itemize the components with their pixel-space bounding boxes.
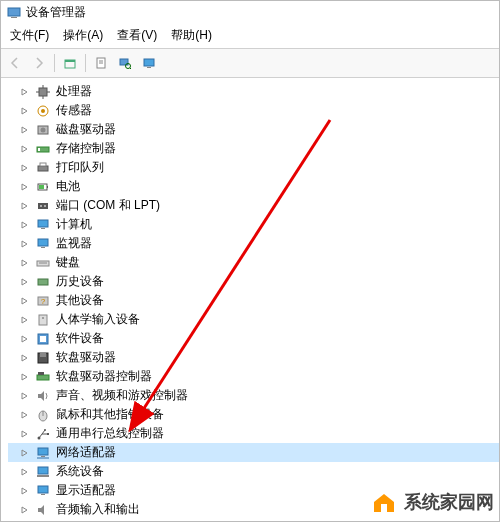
svg-rect-45 [40, 353, 46, 357]
tree-node-usb[interactable]: 通用串行总线控制器 [8, 424, 500, 443]
up-button[interactable] [59, 52, 81, 74]
cpu-icon [35, 84, 51, 100]
expand-icon[interactable] [20, 391, 30, 401]
expand-icon[interactable] [20, 277, 30, 287]
tree-node-sensor[interactable]: 传感器 [8, 101, 500, 120]
expand-icon[interactable] [20, 410, 30, 420]
tree-node-other[interactable]: ?其他设备 [8, 291, 500, 310]
expand-icon[interactable] [20, 448, 30, 458]
expand-icon[interactable] [20, 315, 30, 325]
mouse-icon [35, 407, 51, 423]
tree-node-printer[interactable]: 打印队列 [8, 158, 500, 177]
tree-node-computer[interactable]: 计算机 [8, 215, 500, 234]
svg-rect-31 [38, 220, 48, 227]
svg-rect-61 [41, 494, 45, 495]
history-icon [35, 274, 51, 290]
menu-help[interactable]: 帮助(H) [171, 27, 212, 44]
svg-line-9 [130, 68, 131, 69]
menu-action[interactable]: 操作(A) [63, 27, 103, 44]
audio-icon [35, 388, 51, 404]
tree-node-system[interactable]: 系统设备 [8, 462, 500, 481]
svg-rect-37 [38, 279, 48, 285]
expand-icon[interactable] [20, 353, 30, 363]
svg-rect-12 [39, 88, 47, 96]
disk-icon [35, 122, 51, 138]
device-tree[interactable]: 处理器传感器磁盘驱动器存储控制器打印队列电池端口 (COM 和 LPT)计算机监… [0, 78, 500, 522]
tree-node-mouse[interactable]: 鼠标和其他指针设备 [8, 405, 500, 424]
properties-button[interactable] [90, 52, 112, 74]
svg-point-52 [44, 429, 46, 431]
svg-text:?: ? [41, 297, 46, 306]
tree-node-storage[interactable]: 存储控制器 [8, 139, 500, 158]
monitor-button[interactable] [138, 52, 160, 74]
tree-node-disk[interactable]: 磁盘驱动器 [8, 120, 500, 139]
scan-button[interactable] [114, 52, 136, 74]
expand-icon[interactable] [20, 372, 30, 382]
other-icon: ? [35, 293, 51, 309]
svg-rect-26 [47, 186, 48, 188]
node-label: 系统设备 [54, 465, 106, 478]
svg-rect-34 [41, 247, 45, 248]
tree-node-keyboard[interactable]: 键盘 [8, 253, 500, 272]
tree-node-audio[interactable]: 声音、视频和游戏控制器 [8, 386, 500, 405]
expand-icon[interactable] [20, 201, 30, 211]
expand-icon[interactable] [20, 239, 30, 249]
tree-node-monitor[interactable]: 监视器 [8, 234, 500, 253]
node-label: 端口 (COM 和 LPT) [54, 199, 162, 212]
node-label: 软件设备 [54, 332, 106, 345]
node-label: 磁盘驱动器 [54, 123, 118, 136]
expand-icon[interactable] [20, 87, 30, 97]
window-title: 设备管理器 [26, 4, 86, 21]
svg-point-18 [41, 109, 45, 113]
monitor-icon [35, 236, 51, 252]
app-icon [6, 5, 22, 21]
svg-rect-24 [40, 163, 46, 166]
tree-node-history[interactable]: 历史设备 [8, 272, 500, 291]
expand-icon[interactable] [20, 296, 30, 306]
menu-view[interactable]: 查看(V) [117, 27, 157, 44]
floppy-icon [35, 350, 51, 366]
hid-icon [35, 312, 51, 328]
toolbar [0, 48, 500, 78]
tree-node-network[interactable]: 网络适配器 [8, 443, 500, 462]
expand-icon[interactable] [20, 505, 30, 515]
expand-icon[interactable] [20, 429, 30, 439]
battery-icon [35, 179, 51, 195]
svg-rect-28 [38, 203, 48, 209]
node-label: 软盘驱动器控制器 [54, 370, 154, 383]
node-label: 其他设备 [54, 294, 106, 307]
tree-node-floppyctrl[interactable]: 软盘驱动器控制器 [8, 367, 500, 386]
node-label: 人体学输入设备 [54, 313, 142, 326]
back-button[interactable] [4, 52, 26, 74]
expand-icon[interactable] [20, 106, 30, 116]
expand-icon[interactable] [20, 182, 30, 192]
svg-point-29 [40, 205, 42, 207]
printer-icon [35, 160, 51, 176]
forward-button[interactable] [28, 52, 50, 74]
expand-icon[interactable] [20, 220, 30, 230]
tree-node-port[interactable]: 端口 (COM 和 LPT) [8, 196, 500, 215]
tree-node-software[interactable]: 软件设备 [8, 329, 500, 348]
expand-icon[interactable] [20, 334, 30, 344]
tree-node-cpu[interactable]: 处理器 [8, 82, 500, 101]
tree-node-floppy[interactable]: 软盘驱动器 [8, 348, 500, 367]
node-label: 存储控制器 [54, 142, 118, 155]
tree-node-battery[interactable]: 电池 [8, 177, 500, 196]
usb-icon [35, 426, 51, 442]
expand-icon[interactable] [20, 125, 30, 135]
expand-icon[interactable] [20, 144, 30, 154]
svg-rect-54 [47, 433, 49, 435]
menu-file[interactable]: 文件(F) [10, 27, 49, 44]
expand-icon[interactable] [20, 486, 30, 496]
svg-rect-58 [38, 467, 48, 474]
node-label: 软盘驱动器 [54, 351, 118, 364]
toolbar-separator [85, 54, 86, 72]
software-icon [35, 331, 51, 347]
computer-icon [35, 217, 51, 233]
svg-rect-23 [38, 166, 48, 171]
tree-node-hid[interactable]: 人体学输入设备 [8, 310, 500, 329]
svg-rect-43 [40, 336, 46, 342]
expand-icon[interactable] [20, 467, 30, 477]
expand-icon[interactable] [20, 258, 30, 268]
expand-icon[interactable] [20, 163, 30, 173]
